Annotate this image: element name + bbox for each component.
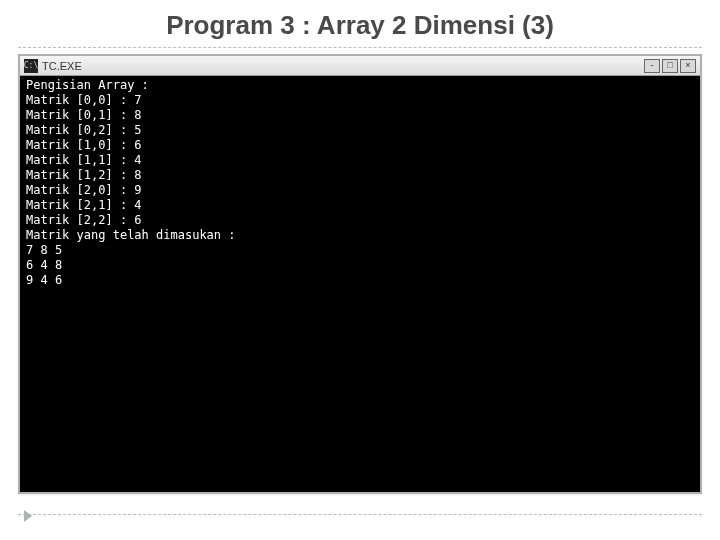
- window-titlebar: C:\ TC.EXE - □ ×: [20, 56, 700, 76]
- divider-bottom: [18, 514, 702, 515]
- divider-top: [18, 47, 702, 48]
- window-title: TC.EXE: [42, 60, 642, 72]
- window-buttons: - □ ×: [642, 59, 696, 73]
- console-window: C:\ TC.EXE - □ × Pengisian Array : Matri…: [18, 54, 702, 494]
- console-output: Pengisian Array : Matrik [0,0] : 7 Matri…: [20, 76, 700, 492]
- bullet-icon: [24, 510, 32, 522]
- close-button[interactable]: ×: [680, 59, 696, 73]
- slide-title: Program 3 : Array 2 Dimensi (3): [0, 0, 720, 47]
- terminal-icon: C:\: [24, 59, 38, 73]
- maximize-button[interactable]: □: [662, 59, 678, 73]
- minimize-button[interactable]: -: [644, 59, 660, 73]
